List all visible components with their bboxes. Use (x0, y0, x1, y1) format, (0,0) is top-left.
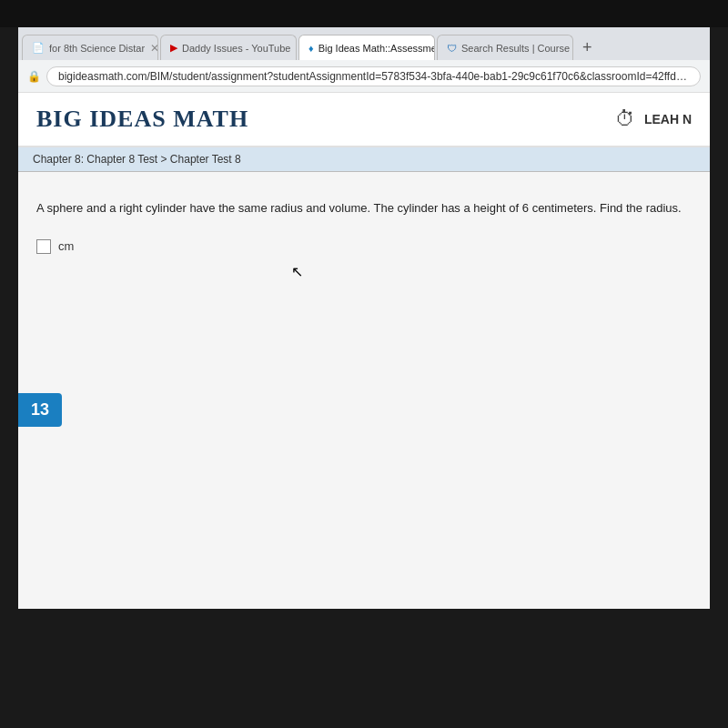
tab-science-close[interactable]: ✕ (150, 42, 158, 55)
breadcrumb-text: Chapter 8: Chapter 8 Test > Chapter Test… (33, 153, 241, 166)
tab-bigideas-icon: ♦ (308, 43, 314, 54)
answer-unit: cm (58, 239, 74, 253)
user-name: LEAH N (644, 112, 692, 126)
url-input[interactable]: bigideasmath.com/BIM/student/assignment?… (46, 66, 701, 86)
question-number-badge: 13 (18, 393, 62, 427)
right-bezel (710, 27, 728, 609)
tab-coursehero-label: Search Results | Course Hero (461, 43, 573, 54)
tab-science[interactable]: 📄 for 8th Science Distar ✕ (22, 35, 158, 60)
left-bezel (0, 27, 18, 609)
bottom-bezel (0, 609, 728, 728)
browser-window: 📄 for 8th Science Distar ✕ ▶ Daddy Issue… (18, 27, 710, 609)
top-bezel (0, 0, 728, 27)
answer-checkbox[interactable] (36, 239, 51, 254)
tab-science-label: for 8th Science Distar (49, 43, 145, 54)
tab-youtube-close[interactable]: 🔊 (296, 42, 297, 55)
timer-icon[interactable]: ⏱ (615, 107, 635, 131)
new-tab-button[interactable]: + (575, 35, 600, 60)
tab-bigideas-label: Big Ideas Math::Assessment (318, 43, 435, 54)
breadcrumb: Chapter 8: Chapter 8 Test > Chapter Test… (18, 147, 710, 172)
bim-header: BIG IDEAS MATH ⏱ LEAH N (18, 93, 710, 147)
tab-science-icon: 📄 (32, 42, 45, 54)
main-content: A sphere and a right cylinder have the s… (18, 172, 710, 609)
lock-icon: 🔒 (27, 70, 41, 83)
answer-row: cm (36, 239, 692, 254)
question-text: A sphere and a right cylinder have the s… (36, 199, 692, 217)
header-right: ⏱ LEAH N (615, 107, 692, 131)
tab-youtube[interactable]: ▶ Daddy Issues - YouTube 🔊 ✕ (160, 35, 297, 60)
tab-coursehero[interactable]: 🛡 Search Results | Course Hero ✕ (437, 35, 573, 60)
tab-bar: 📄 for 8th Science Distar ✕ ▶ Daddy Issue… (18, 27, 710, 60)
bim-logo: BIG IDEAS MATH (36, 106, 248, 133)
tab-coursehero-icon: 🛡 (447, 43, 457, 54)
tab-youtube-icon: ▶ (170, 42, 177, 54)
address-bar: 🔒 bigideasmath.com/BIM/student/assignmen… (18, 60, 710, 93)
tab-bigideas[interactable]: ♦ Big Ideas Math::Assessment ✕ (298, 35, 435, 60)
tab-youtube-label: Daddy Issues - YouTube (182, 43, 290, 54)
cursor: ↖ (291, 263, 303, 280)
